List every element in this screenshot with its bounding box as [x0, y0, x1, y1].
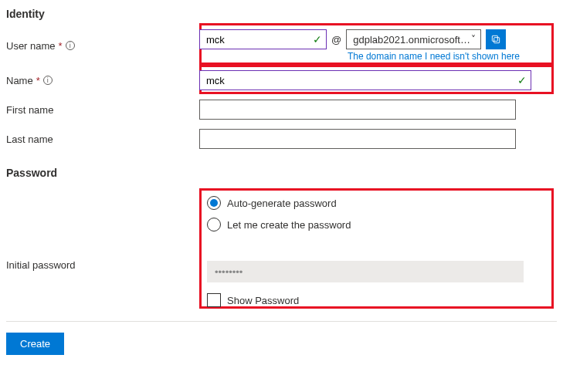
password-heading: Password: [6, 167, 557, 179]
divider: [6, 321, 557, 322]
initial-password-field: [207, 261, 524, 282]
username-label: User name: [6, 40, 56, 52]
first-name-input[interactable]: [199, 100, 516, 120]
required-asterisk: *: [59, 40, 63, 52]
name-input[interactable]: [199, 70, 531, 90]
domain-dropdown[interactable]: gdplab2021.onmicrosoft.... ˅: [346, 29, 481, 49]
initial-password-label: Initial password: [6, 259, 76, 271]
svg-rect-1: [493, 35, 498, 41]
auto-password-label: Auto-generate password: [227, 198, 337, 209]
domain-value: gdplab2021.onmicrosoft....: [353, 34, 471, 46]
chevron-down-icon: ˅: [471, 34, 476, 45]
show-password-checkbox[interactable]: Show Password: [207, 293, 557, 307]
last-name-input[interactable]: [199, 129, 516, 149]
required-asterisk: *: [36, 75, 40, 86]
manual-password-radio[interactable]: Let me create the password: [207, 218, 548, 231]
domain-help-link[interactable]: The domain name I need isn't shown here: [348, 51, 520, 62]
copy-button[interactable]: [486, 29, 506, 49]
first-name-label: First name: [6, 104, 53, 116]
show-password-label: Show Password: [227, 295, 299, 306]
last-name-label: Last name: [6, 133, 53, 145]
auto-password-radio[interactable]: Auto-generate password: [207, 196, 548, 210]
manual-password-label: Let me create the password: [227, 219, 351, 231]
at-symbol: @: [331, 34, 341, 46]
copy-icon: [490, 34, 501, 45]
name-label: Name: [6, 75, 33, 86]
identity-heading: Identity: [6, 8, 557, 20]
svg-rect-0: [494, 38, 500, 43]
info-icon[interactable]: i: [43, 76, 53, 85]
username-input[interactable]: [199, 29, 327, 49]
create-button[interactable]: Create: [6, 333, 64, 355]
info-icon[interactable]: i: [66, 41, 75, 50]
